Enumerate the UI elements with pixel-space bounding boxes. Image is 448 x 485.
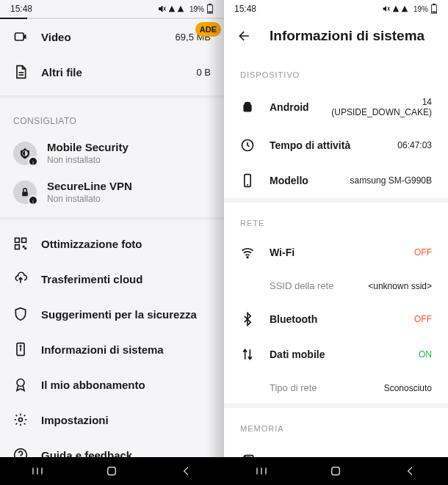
rec-mobile-security[interactable]: ↓ Mobile Security Non installato: [0, 134, 224, 172]
gear-icon: [13, 412, 28, 427]
row-label: Video: [41, 31, 162, 43]
menu-label: Trasferimenti cloud: [41, 273, 211, 285]
menu-settings[interactable]: Impostazioni: [0, 402, 224, 437]
row-label: Android: [270, 101, 309, 113]
add-icon: ↓: [28, 156, 38, 167]
menu-label: Guida e feedback: [41, 449, 211, 458]
battery-icon: [430, 4, 438, 14]
row-uptime[interactable]: Tempo di attività 06:47:03: [224, 128, 448, 163]
menu-photo-opt[interactable]: Ottimizzazione foto: [0, 226, 224, 261]
svg-point-16: [17, 379, 24, 387]
row-value: 06:47:03: [397, 140, 432, 150]
signal-icon-2: [401, 5, 408, 12]
right-content: DISPOSITIVO Android 14 (UPSIDE_DOWN_CAKE…: [224, 54, 448, 457]
shield-outline-icon: [13, 307, 28, 321]
row-other-files[interactable]: Altri file 0 B: [0, 54, 224, 90]
row-android[interactable]: Android 14 (UPSIDE_DOWN_CAKE): [224, 87, 448, 128]
signal-icon-2: [177, 5, 184, 12]
photo-icon: [13, 236, 28, 251]
wifi-icon: [240, 245, 255, 260]
page-header: Informazioni di sistema: [224, 18, 448, 54]
section-network: RETE: [224, 203, 448, 235]
menu-cloud-transfer[interactable]: Trasferimenti cloud: [0, 261, 224, 296]
rec-sub: Non installato: [47, 194, 211, 204]
nav-home[interactable]: [104, 464, 119, 478]
section-recommended: CONSIGLIATO: [0, 104, 224, 134]
status-bar: 15:48 19%: [0, 0, 224, 18]
svg-point-12: [25, 248, 26, 249]
nav-recents[interactable]: [254, 464, 269, 478]
row-model[interactable]: Modello samsung SM-G990B: [224, 163, 448, 198]
clock-icon: [240, 138, 255, 153]
menu-system-info[interactable]: Informazioni di sistema: [0, 332, 224, 367]
rec-secureline-vpn[interactable]: ↓ SecureLine VPN Non installato: [0, 172, 224, 211]
back-icon[interactable]: [237, 29, 252, 43]
mute-icon: [382, 4, 391, 13]
status-bar: 15:48 19%: [224, 0, 448, 18]
rec-name: SecureLine VPN: [47, 180, 211, 192]
svg-point-15: [20, 346, 21, 346]
row-value: ON: [419, 349, 432, 360]
vpn-icon: ↓: [13, 180, 37, 204]
status-icons: [158, 4, 184, 13]
row-label: Tempo di attività: [270, 139, 383, 151]
row-label: Modello: [270, 175, 336, 186]
row-label: Wi-Fi: [270, 247, 400, 258]
svg-rect-34: [433, 4, 436, 5]
nav-back[interactable]: [403, 464, 418, 478]
device-info-icon: [13, 342, 28, 357]
menu-security-tips[interactable]: Suggerimenti per la sicurezza: [0, 296, 224, 332]
add-icon: ↓: [28, 195, 38, 205]
signal-icon: [168, 5, 176, 12]
row-net-type: Tipo di rete Sconosciuto: [224, 372, 448, 404]
row-video[interactable]: Video 69,5 MB: [0, 19, 224, 54]
menu-label: Il mio abbonamento: [41, 379, 211, 391]
row-value: samsung SM-G990B: [350, 175, 432, 186]
row-label: Bluetooth: [270, 313, 400, 325]
svg-point-11: [23, 246, 24, 247]
page-title: Informazioni di sistema: [270, 28, 424, 44]
row-label: SSID della rete: [270, 280, 353, 291]
svg-rect-45: [332, 467, 340, 475]
row-label: Altri file: [41, 66, 183, 79]
battery-pct: 19%: [189, 5, 204, 13]
battery-icon: [206, 4, 214, 14]
svg-rect-9: [22, 238, 26, 243]
section-device: DISPOSITIVO: [224, 54, 448, 87]
row-memory[interactable]: [224, 440, 448, 457]
menu-subscription[interactable]: Il mio abbonamento: [0, 367, 224, 402]
phone-icon: [240, 173, 255, 188]
svg-rect-2: [208, 12, 212, 13]
row-mobile-data[interactable]: Dati mobile ON: [224, 337, 448, 372]
nav-back[interactable]: [179, 464, 194, 478]
row-value: 14 (UPSIDE_DOWN_CAKE): [324, 97, 432, 117]
upgrade-badge[interactable]: ADE: [195, 22, 221, 37]
android-icon: [240, 100, 255, 114]
svg-rect-30: [108, 467, 116, 475]
menu-help-feedback[interactable]: Guida e feedback: [0, 437, 224, 457]
section-memory: MEMORIA: [224, 408, 448, 440]
menu-label: Ottimizzazione foto: [41, 238, 211, 250]
status-icons: [382, 4, 408, 13]
file-icon: [13, 65, 28, 79]
nav-home[interactable]: [328, 464, 343, 478]
nav-recents[interactable]: [30, 464, 45, 478]
mobile-data-icon: [240, 347, 255, 362]
row-bluetooth[interactable]: Bluetooth OFF: [224, 302, 448, 337]
left-screen: ADE 15:48 19% Video 69,5 MB Altri file 0…: [0, 0, 224, 485]
video-icon: [13, 29, 28, 44]
row-wifi[interactable]: Wi-Fi OFF: [224, 235, 448, 270]
status-time: 15:48: [10, 4, 32, 14]
svg-rect-10: [15, 245, 20, 249]
svg-rect-3: [15, 33, 24, 40]
shield-icon: ↓: [13, 142, 37, 165]
storage-progress: [0, 18, 224, 19]
rec-name: Mobile Security: [47, 141, 211, 153]
row-value: Sconosciuto: [384, 383, 432, 393]
svg-point-39: [247, 257, 248, 258]
cloud-upload-icon: [13, 271, 28, 286]
status-right: 19%: [158, 4, 214, 14]
row-label: Dati mobile: [270, 349, 404, 360]
nav-bar: [0, 457, 224, 485]
svg-point-17: [19, 418, 23, 422]
